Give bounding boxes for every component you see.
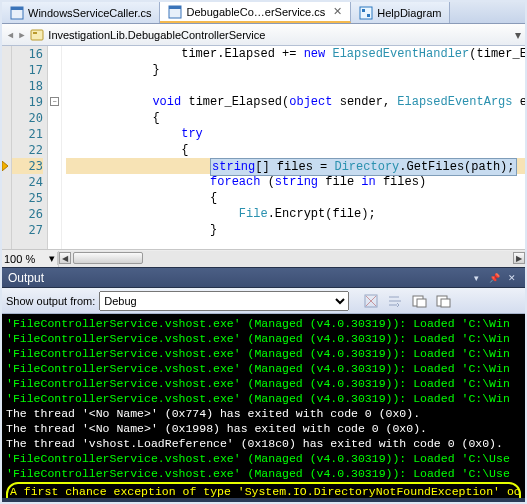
- outlining-margin[interactable]: −: [48, 46, 62, 249]
- chevron-down-icon: ▾: [49, 252, 55, 265]
- goto-source-button[interactable]: [433, 291, 453, 311]
- show-output-from-label: Show output from:: [6, 295, 95, 307]
- chevron-down-icon[interactable]: ▾: [515, 28, 521, 42]
- output-line: The thread '<No Name>' (0x1998) has exit…: [6, 421, 521, 436]
- code-editor-area: 161718192021222324252627 − timer.Elapsed…: [2, 46, 525, 249]
- panel-title: Output: [8, 271, 44, 285]
- tab-label: WindowsServiceCaller.cs: [28, 7, 151, 19]
- toggle-word-wrap-button[interactable]: [385, 291, 405, 311]
- editor-horizontal-scrollbar[interactable]: ◀ ▶: [58, 251, 525, 267]
- svg-rect-7: [31, 30, 43, 40]
- code-line[interactable]: string[] files = Directory.GetFiles(path…: [66, 158, 527, 174]
- csharp-file-icon: [168, 5, 182, 19]
- close-icon[interactable]: ✕: [505, 271, 519, 285]
- output-source-dropdown[interactable]: Debug: [99, 291, 349, 311]
- output-line: The thread '<No Name>' (0x774) has exite…: [6, 406, 521, 421]
- code-line[interactable]: timer.Elapsed += new ElapsedEventHandler…: [66, 46, 527, 62]
- pin-icon[interactable]: 📌: [487, 271, 501, 285]
- zoom-dropdown[interactable]: 100 % ▾: [2, 252, 58, 265]
- indicator-margin: [2, 46, 12, 249]
- svg-rect-6: [367, 14, 370, 17]
- output-console[interactable]: 'FileControllerService.vshost.exe' (Mana…: [2, 314, 525, 498]
- output-line: 'FileControllerService.vshost.exe' (Mana…: [6, 391, 521, 406]
- output-line: 'FileControllerService.vshost.exe' (Mana…: [6, 466, 521, 481]
- output-line: 'FileControllerService.vshost.exe' (Mana…: [6, 331, 521, 346]
- svg-marker-9: [2, 161, 8, 171]
- output-line: A first chance exception of type 'System…: [10, 484, 517, 498]
- svg-rect-3: [169, 6, 181, 9]
- file-tabstrip: WindowsServiceCaller.cs DebugableCo…erSe…: [2, 2, 525, 24]
- code-line[interactable]: {: [66, 142, 527, 158]
- output-line: The thread 'vshost.LoadReference' (0x18c…: [6, 436, 521, 451]
- output-panel-header[interactable]: Output ▾ 📌 ✕: [2, 267, 525, 288]
- tab-help-diagram[interactable]: HelpDiagram: [351, 2, 450, 23]
- close-icon[interactable]: ✕: [333, 5, 342, 18]
- output-line: 'FileControllerService.vshost.exe' (Mana…: [6, 451, 521, 466]
- zoom-value: 100 %: [4, 253, 35, 265]
- code-line[interactable]: try: [66, 126, 527, 142]
- code-line[interactable]: void timer_Elapsed(object sender, Elapse…: [66, 94, 527, 110]
- collapse-toggle[interactable]: −: [50, 97, 59, 106]
- type-member-navbar: ◄ ► InvestigationLib.DebugableController…: [2, 24, 525, 46]
- code-line[interactable]: [66, 78, 527, 94]
- class-icon: [30, 28, 44, 42]
- type-dropdown[interactable]: InvestigationLib.DebugableControllerServ…: [48, 29, 265, 41]
- code-line[interactable]: }: [66, 222, 527, 238]
- exception-callout: A first chance exception of type 'System…: [6, 482, 521, 498]
- svg-rect-16: [441, 299, 450, 307]
- output-line: 'FileControllerService.vshost.exe' (Mana…: [6, 376, 521, 391]
- line-number-gutter: 161718192021222324252627: [12, 46, 48, 249]
- svg-rect-4: [360, 7, 372, 19]
- nav-back-forward[interactable]: ◄ ►: [6, 30, 26, 40]
- svg-rect-1: [11, 7, 23, 10]
- scroll-left-icon[interactable]: ◀: [59, 252, 71, 264]
- output-line: 'FileControllerService.vshost.exe' (Mana…: [6, 361, 521, 376]
- output-toolbar: Show output from: Debug: [2, 288, 525, 314]
- code-line[interactable]: {: [66, 190, 527, 206]
- clear-all-button[interactable]: [361, 291, 381, 311]
- tab-label: HelpDiagram: [377, 7, 441, 19]
- tab-debugable-controller-service[interactable]: DebugableCo…erService.cs ✕: [160, 2, 351, 23]
- scroll-right-icon[interactable]: ▶: [513, 252, 525, 264]
- tab-windows-service-caller[interactable]: WindowsServiceCaller.cs: [2, 2, 160, 23]
- code-line[interactable]: File.Encrypt(file);: [66, 206, 527, 222]
- scroll-thumb[interactable]: [73, 252, 143, 264]
- code-line[interactable]: {: [66, 110, 527, 126]
- tab-label: DebugableCo…erService.cs: [186, 6, 325, 18]
- code-surface[interactable]: timer.Elapsed += new ElapsedEventHandler…: [62, 46, 527, 249]
- code-editor[interactable]: 161718192021222324252627 − timer.Elapsed…: [2, 46, 527, 249]
- code-line[interactable]: }: [66, 62, 527, 78]
- svg-rect-8: [33, 32, 37, 34]
- code-line[interactable]: foreach (string file in files): [66, 174, 527, 190]
- window-position-icon[interactable]: ▾: [469, 271, 483, 285]
- editor-footer: 100 % ▾ ◀ ▶: [2, 249, 525, 267]
- csharp-file-icon: [10, 6, 24, 20]
- svg-rect-14: [417, 299, 426, 307]
- svg-rect-5: [362, 9, 365, 12]
- diagram-file-icon: [359, 6, 373, 20]
- find-message-button[interactable]: [409, 291, 429, 311]
- output-line: 'FileControllerService.vshost.exe' (Mana…: [6, 346, 521, 361]
- output-line: 'FileControllerService.vshost.exe' (Mana…: [6, 316, 521, 331]
